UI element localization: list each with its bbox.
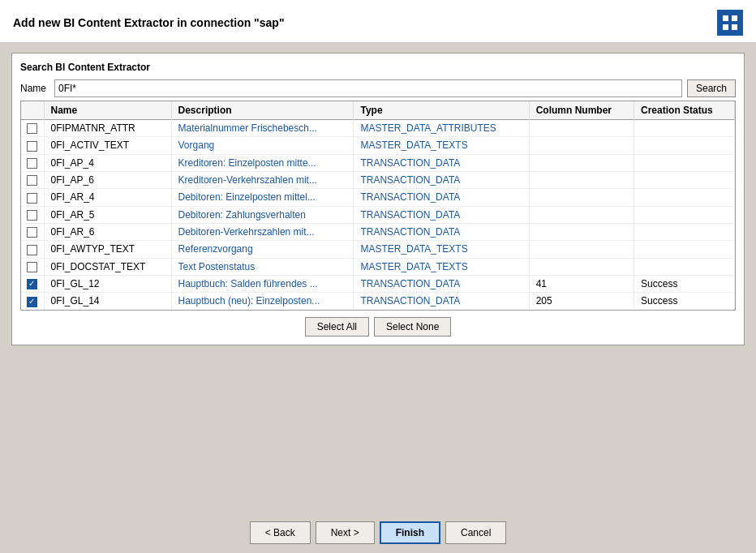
row-creation-status: [634, 171, 735, 188]
row-description: Kreditoren: Einzelposten mitte...: [171, 154, 354, 171]
row-description: Debitoren: Zahlungsverhalten: [171, 206, 354, 223]
row-column-number: [529, 258, 634, 275]
row-name: 0FI_GL_14: [44, 293, 171, 310]
row-creation-status: [634, 223, 735, 240]
search-panel-title: Search BI Content Extractor: [20, 62, 736, 73]
row-checkbox[interactable]: [21, 189, 44, 206]
extractor-table: Name Description Type Column Number Crea…: [20, 101, 736, 311]
search-name-label: Name: [20, 83, 49, 94]
row-column-number: [529, 171, 634, 188]
row-checkbox[interactable]: [21, 275, 44, 292]
row-creation-status: [634, 154, 735, 171]
svg-rect-3: [732, 24, 737, 30]
col-header-type: Type: [354, 101, 529, 120]
row-checkbox[interactable]: [21, 137, 44, 154]
row-column-number: [529, 154, 634, 171]
col-header-description: Description: [171, 101, 354, 120]
table-row: 0FI_AWTYP_TEXTReferenzvorgangMASTER_DATA…: [21, 241, 735, 258]
grid-icon: [717, 10, 743, 36]
row-column-number: [529, 223, 634, 240]
svg-rect-0: [723, 15, 728, 21]
row-name: 0FI_DOCSTAT_TEXT: [44, 258, 171, 275]
row-column-number: [529, 189, 634, 206]
table-row: 0FI_GL_12Hauptbuch: Salden führendes ...…: [21, 275, 735, 292]
row-creation-status: [634, 241, 735, 258]
row-description: Debitoren-Verkehrszahlen mit...: [171, 223, 354, 240]
table-row: 0FI_AP_4Kreditoren: Einzelposten mitte..…: [21, 154, 735, 171]
select-all-button[interactable]: Select All: [305, 317, 369, 337]
row-creation-status: Success: [634, 275, 735, 292]
row-creation-status: [634, 258, 735, 275]
row-description: Referenzvorgang: [171, 241, 354, 258]
row-description: Text Postenstatus: [171, 258, 354, 275]
row-checkbox[interactable]: [21, 120, 44, 137]
row-name: 0FI_AR_6: [44, 223, 171, 240]
row-type: MASTER_DATA_TEXTS: [354, 137, 529, 154]
row-description: Hauptbuch (neu): Einzelposten...: [171, 293, 354, 310]
row-description: Materialnummer Frischebesch...: [171, 120, 354, 137]
row-name: 0FI_AP_6: [44, 171, 171, 188]
svg-rect-2: [723, 24, 728, 30]
row-description: Debitoren: Einzelposten mittel...: [171, 189, 354, 206]
row-name: 0FI_AR_5: [44, 206, 171, 223]
row-creation-status: [634, 120, 735, 137]
row-type: MASTER_DATA_TEXTS: [354, 241, 529, 258]
select-none-button[interactable]: Select None: [374, 317, 451, 337]
row-column-number: [529, 206, 634, 223]
row-type: MASTER_DATA_ATTRIBUTES: [354, 120, 529, 137]
row-checkbox[interactable]: [21, 154, 44, 171]
row-checkbox[interactable]: [21, 258, 44, 275]
row-name: 0FIPMATNR_ATTR: [44, 120, 171, 137]
row-checkbox[interactable]: [21, 293, 44, 310]
row-checkbox[interactable]: [21, 171, 44, 188]
table-row: 0FI_AR_4Debitoren: Einzelposten mittel..…: [21, 189, 735, 206]
next-button[interactable]: Next >: [316, 521, 375, 544]
row-description: Vorgang: [171, 137, 354, 154]
table-row: 0FI_DOCSTAT_TEXTText PostenstatusMASTER_…: [21, 258, 735, 275]
row-creation-status: [634, 137, 735, 154]
col-header-column-number: Column Number: [529, 101, 634, 120]
col-header-name: Name: [44, 101, 171, 120]
table-row: 0FI_AR_6Debitoren-Verkehrszahlen mit...T…: [21, 223, 735, 240]
row-type: TRANSACTION_DATA: [354, 189, 529, 206]
row-description: Kreditoren-Verkehrszahlen mit...: [171, 171, 354, 188]
row-type: TRANSACTION_DATA: [354, 293, 529, 310]
row-column-number: 41: [529, 275, 634, 292]
row-description: Hauptbuch: Salden führendes ...: [171, 275, 354, 292]
row-name: 0FI_GL_12: [44, 275, 171, 292]
row-type: TRANSACTION_DATA: [354, 223, 529, 240]
row-name: 0FI_ACTIV_TEXT: [44, 137, 171, 154]
row-column-number: 205: [529, 293, 634, 310]
row-column-number: [529, 137, 634, 154]
row-name: 0FI_AWTYP_TEXT: [44, 241, 171, 258]
row-creation-status: [634, 189, 735, 206]
table-row: 0FI_AP_6Kreditoren-Verkehrszahlen mit...…: [21, 171, 735, 188]
back-button[interactable]: < Back: [250, 521, 311, 544]
row-type: TRANSACTION_DATA: [354, 171, 529, 188]
row-checkbox[interactable]: [21, 206, 44, 223]
row-creation-status: Success: [634, 293, 735, 310]
table-row: 0FI_GL_14Hauptbuch (neu): Einzelposten..…: [21, 293, 735, 310]
row-checkbox[interactable]: [21, 241, 44, 258]
row-creation-status: [634, 206, 735, 223]
search-input[interactable]: [54, 79, 682, 97]
table-row: 0FI_AR_5Debitoren: ZahlungsverhaltenTRAN…: [21, 206, 735, 223]
col-header-creation-status: Creation Status: [634, 101, 735, 120]
row-name: 0FI_AP_4: [44, 154, 171, 171]
cancel-button[interactable]: Cancel: [445, 521, 506, 544]
finish-button[interactable]: Finish: [380, 521, 440, 544]
row-name: 0FI_AR_4: [44, 189, 171, 206]
svg-rect-1: [732, 15, 737, 21]
row-column-number: [529, 120, 634, 137]
table-row: 0FIPMATNR_ATTRMaterialnummer Frischebesc…: [21, 120, 735, 137]
page-title: Add new BI Content Extractor in connecti…: [13, 16, 285, 29]
row-type: TRANSACTION_DATA: [354, 206, 529, 223]
row-column-number: [529, 241, 634, 258]
col-header-checkbox: [21, 101, 44, 120]
row-type: TRANSACTION_DATA: [354, 154, 529, 171]
row-type: TRANSACTION_DATA: [354, 275, 529, 292]
search-button[interactable]: Search: [687, 79, 736, 97]
table-row: 0FI_ACTIV_TEXTVorgangMASTER_DATA_TEXTS: [21, 137, 735, 154]
row-checkbox[interactable]: [21, 223, 44, 240]
row-type: MASTER_DATA_TEXTS: [354, 258, 529, 275]
